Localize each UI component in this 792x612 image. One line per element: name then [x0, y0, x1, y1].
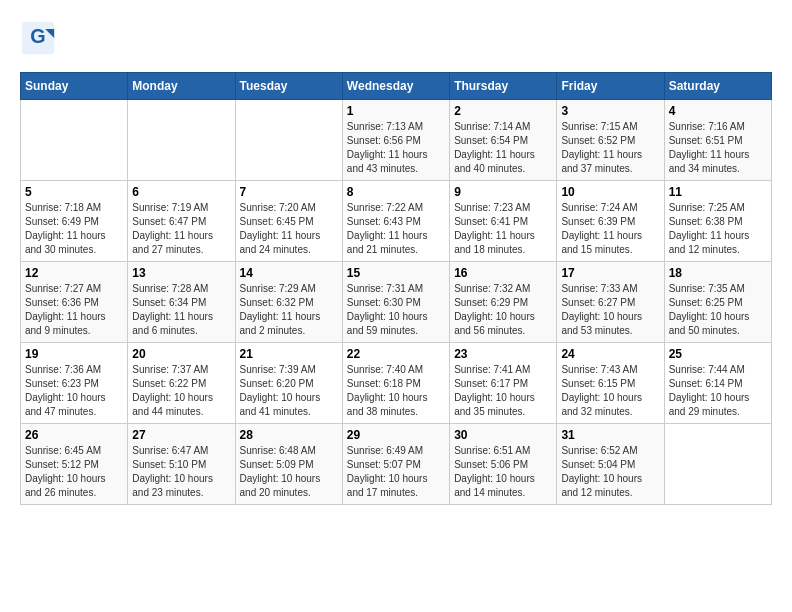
day-info: Sunrise: 7:27 AM Sunset: 6:36 PM Dayligh… [25, 282, 123, 338]
calendar-cell: 6Sunrise: 7:19 AM Sunset: 6:47 PM Daylig… [128, 181, 235, 262]
calendar-cell: 3Sunrise: 7:15 AM Sunset: 6:52 PM Daylig… [557, 100, 664, 181]
day-info: Sunrise: 7:37 AM Sunset: 6:22 PM Dayligh… [132, 363, 230, 419]
day-info: Sunrise: 7:13 AM Sunset: 6:56 PM Dayligh… [347, 120, 445, 176]
calendar-week-4: 26Sunrise: 6:45 AM Sunset: 5:12 PM Dayli… [21, 424, 772, 505]
days-of-week-row: SundayMondayTuesdayWednesdayThursdayFrid… [21, 73, 772, 100]
calendar-cell: 28Sunrise: 6:48 AM Sunset: 5:09 PM Dayli… [235, 424, 342, 505]
calendar-cell: 4Sunrise: 7:16 AM Sunset: 6:51 PM Daylig… [664, 100, 771, 181]
calendar-cell: 15Sunrise: 7:31 AM Sunset: 6:30 PM Dayli… [342, 262, 449, 343]
day-info: Sunrise: 7:14 AM Sunset: 6:54 PM Dayligh… [454, 120, 552, 176]
calendar-cell: 19Sunrise: 7:36 AM Sunset: 6:23 PM Dayli… [21, 343, 128, 424]
day-header-tuesday: Tuesday [235, 73, 342, 100]
day-info: Sunrise: 7:31 AM Sunset: 6:30 PM Dayligh… [347, 282, 445, 338]
calendar-cell: 12Sunrise: 7:27 AM Sunset: 6:36 PM Dayli… [21, 262, 128, 343]
day-header-saturday: Saturday [664, 73, 771, 100]
day-number: 23 [454, 347, 552, 361]
day-info: Sunrise: 7:25 AM Sunset: 6:38 PM Dayligh… [669, 201, 767, 257]
day-info: Sunrise: 7:23 AM Sunset: 6:41 PM Dayligh… [454, 201, 552, 257]
day-number: 8 [347, 185, 445, 199]
calendar-cell: 24Sunrise: 7:43 AM Sunset: 6:15 PM Dayli… [557, 343, 664, 424]
calendar-cell: 2Sunrise: 7:14 AM Sunset: 6:54 PM Daylig… [450, 100, 557, 181]
calendar-cell: 29Sunrise: 6:49 AM Sunset: 5:07 PM Dayli… [342, 424, 449, 505]
day-number: 24 [561, 347, 659, 361]
day-header-sunday: Sunday [21, 73, 128, 100]
day-info: Sunrise: 7:29 AM Sunset: 6:32 PM Dayligh… [240, 282, 338, 338]
day-number: 3 [561, 104, 659, 118]
calendar-table: SundayMondayTuesdayWednesdayThursdayFrid… [20, 72, 772, 505]
day-number: 1 [347, 104, 445, 118]
day-info: Sunrise: 6:48 AM Sunset: 5:09 PM Dayligh… [240, 444, 338, 500]
calendar-week-2: 12Sunrise: 7:27 AM Sunset: 6:36 PM Dayli… [21, 262, 772, 343]
day-info: Sunrise: 6:51 AM Sunset: 5:06 PM Dayligh… [454, 444, 552, 500]
day-header-monday: Monday [128, 73, 235, 100]
calendar-cell: 30Sunrise: 6:51 AM Sunset: 5:06 PM Dayli… [450, 424, 557, 505]
day-info: Sunrise: 7:24 AM Sunset: 6:39 PM Dayligh… [561, 201, 659, 257]
day-info: Sunrise: 7:41 AM Sunset: 6:17 PM Dayligh… [454, 363, 552, 419]
calendar-cell: 1Sunrise: 7:13 AM Sunset: 6:56 PM Daylig… [342, 100, 449, 181]
day-number: 29 [347, 428, 445, 442]
calendar-cell [21, 100, 128, 181]
day-number: 25 [669, 347, 767, 361]
calendar-cell: 10Sunrise: 7:24 AM Sunset: 6:39 PM Dayli… [557, 181, 664, 262]
calendar-cell: 8Sunrise: 7:22 AM Sunset: 6:43 PM Daylig… [342, 181, 449, 262]
day-number: 27 [132, 428, 230, 442]
day-info: Sunrise: 7:35 AM Sunset: 6:25 PM Dayligh… [669, 282, 767, 338]
calendar-cell: 18Sunrise: 7:35 AM Sunset: 6:25 PM Dayli… [664, 262, 771, 343]
svg-text:G: G [30, 25, 45, 47]
day-number: 12 [25, 266, 123, 280]
calendar-cell: 27Sunrise: 6:47 AM Sunset: 5:10 PM Dayli… [128, 424, 235, 505]
day-number: 20 [132, 347, 230, 361]
day-number: 14 [240, 266, 338, 280]
day-info: Sunrise: 7:39 AM Sunset: 6:20 PM Dayligh… [240, 363, 338, 419]
day-number: 6 [132, 185, 230, 199]
day-number: 15 [347, 266, 445, 280]
calendar-cell [664, 424, 771, 505]
day-number: 26 [25, 428, 123, 442]
day-number: 9 [454, 185, 552, 199]
day-info: Sunrise: 6:47 AM Sunset: 5:10 PM Dayligh… [132, 444, 230, 500]
calendar-cell: 9Sunrise: 7:23 AM Sunset: 6:41 PM Daylig… [450, 181, 557, 262]
calendar-cell [128, 100, 235, 181]
day-info: Sunrise: 7:43 AM Sunset: 6:15 PM Dayligh… [561, 363, 659, 419]
day-number: 22 [347, 347, 445, 361]
day-number: 18 [669, 266, 767, 280]
calendar-cell: 21Sunrise: 7:39 AM Sunset: 6:20 PM Dayli… [235, 343, 342, 424]
day-info: Sunrise: 6:52 AM Sunset: 5:04 PM Dayligh… [561, 444, 659, 500]
day-info: Sunrise: 6:49 AM Sunset: 5:07 PM Dayligh… [347, 444, 445, 500]
calendar-cell: 26Sunrise: 6:45 AM Sunset: 5:12 PM Dayli… [21, 424, 128, 505]
day-info: Sunrise: 7:19 AM Sunset: 6:47 PM Dayligh… [132, 201, 230, 257]
page-header: G [20, 20, 772, 56]
calendar-cell: 17Sunrise: 7:33 AM Sunset: 6:27 PM Dayli… [557, 262, 664, 343]
day-info: Sunrise: 7:18 AM Sunset: 6:49 PM Dayligh… [25, 201, 123, 257]
day-number: 21 [240, 347, 338, 361]
day-info: Sunrise: 7:15 AM Sunset: 6:52 PM Dayligh… [561, 120, 659, 176]
calendar-cell: 14Sunrise: 7:29 AM Sunset: 6:32 PM Dayli… [235, 262, 342, 343]
calendar-header: SundayMondayTuesdayWednesdayThursdayFrid… [21, 73, 772, 100]
day-info: Sunrise: 7:33 AM Sunset: 6:27 PM Dayligh… [561, 282, 659, 338]
day-number: 31 [561, 428, 659, 442]
day-info: Sunrise: 7:20 AM Sunset: 6:45 PM Dayligh… [240, 201, 338, 257]
calendar-cell: 25Sunrise: 7:44 AM Sunset: 6:14 PM Dayli… [664, 343, 771, 424]
day-info: Sunrise: 6:45 AM Sunset: 5:12 PM Dayligh… [25, 444, 123, 500]
day-number: 28 [240, 428, 338, 442]
calendar-week-3: 19Sunrise: 7:36 AM Sunset: 6:23 PM Dayli… [21, 343, 772, 424]
day-number: 5 [25, 185, 123, 199]
day-info: Sunrise: 7:32 AM Sunset: 6:29 PM Dayligh… [454, 282, 552, 338]
day-header-friday: Friday [557, 73, 664, 100]
calendar-cell: 13Sunrise: 7:28 AM Sunset: 6:34 PM Dayli… [128, 262, 235, 343]
calendar-week-1: 5Sunrise: 7:18 AM Sunset: 6:49 PM Daylig… [21, 181, 772, 262]
day-info: Sunrise: 7:40 AM Sunset: 6:18 PM Dayligh… [347, 363, 445, 419]
calendar-body: 1Sunrise: 7:13 AM Sunset: 6:56 PM Daylig… [21, 100, 772, 505]
day-info: Sunrise: 7:36 AM Sunset: 6:23 PM Dayligh… [25, 363, 123, 419]
calendar-cell: 22Sunrise: 7:40 AM Sunset: 6:18 PM Dayli… [342, 343, 449, 424]
calendar-cell: 20Sunrise: 7:37 AM Sunset: 6:22 PM Dayli… [128, 343, 235, 424]
day-header-wednesday: Wednesday [342, 73, 449, 100]
calendar-cell: 31Sunrise: 6:52 AM Sunset: 5:04 PM Dayli… [557, 424, 664, 505]
calendar-cell: 7Sunrise: 7:20 AM Sunset: 6:45 PM Daylig… [235, 181, 342, 262]
logo: G [20, 20, 60, 56]
day-number: 17 [561, 266, 659, 280]
day-number: 10 [561, 185, 659, 199]
calendar-cell [235, 100, 342, 181]
logo-icon: G [20, 20, 56, 56]
day-number: 7 [240, 185, 338, 199]
